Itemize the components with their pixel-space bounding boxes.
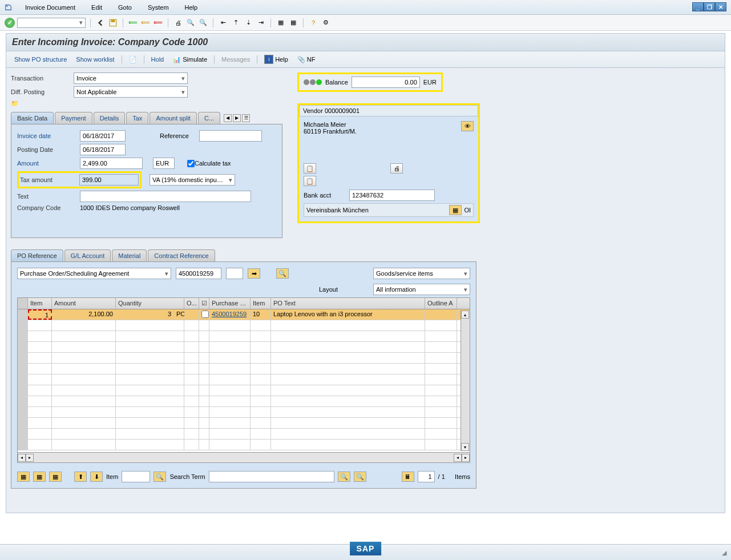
po-more-button[interactable]: 🔍	[276, 268, 289, 279]
bank-detail-button[interactable]: ▦	[449, 205, 462, 215]
footer-icon-2[interactable]: ▦	[33, 472, 46, 482]
grid-col-po[interactable]: Purchase …	[209, 298, 251, 309]
table-row[interactable]	[18, 385, 470, 396]
vendor-icon-2[interactable]: 📋	[304, 176, 316, 186]
grid-col-po-item[interactable]: Item	[251, 298, 271, 309]
footer-find-icon[interactable]: 🔍	[338, 472, 350, 482]
show-worklist[interactable]: Show worklist	[72, 56, 118, 63]
menu-system[interactable]: System	[140, 4, 177, 11]
nf-button[interactable]: 📎NF	[294, 55, 319, 65]
create-session-icon[interactable]: ▦	[276, 18, 286, 28]
tab-details[interactable]: Details	[94, 112, 126, 124]
layout-select[interactable]: All information	[373, 284, 470, 295]
window-close[interactable]: ✕	[715, 2, 726, 11]
oi-label[interactable]: OI	[464, 207, 471, 213]
grid-col-outline[interactable]: Outline A	[425, 298, 457, 309]
footer-calc-icon[interactable]: 🖩	[402, 472, 414, 482]
menu-goto[interactable]: Goto	[110, 4, 140, 11]
first-page-icon[interactable]: ⇤	[218, 18, 228, 28]
invoice-date-field[interactable]	[80, 130, 126, 142]
row-checkbox[interactable]	[201, 311, 209, 318]
tab-contract-reference[interactable]: Contract Reference	[148, 249, 215, 261]
help-button[interactable]: iHelp	[261, 54, 292, 65]
bank-acct-field[interactable]	[349, 190, 435, 201]
calculate-tax-checkbox[interactable]	[187, 160, 195, 167]
vendor-icon-1[interactable]: 📋	[304, 163, 316, 174]
table-row[interactable]	[18, 353, 470, 364]
simulate-button[interactable]: 📊Simulate	[169, 55, 211, 65]
tree-toggle-icon[interactable]: 📁	[11, 100, 19, 107]
footer-search-icon[interactable]: 🔍	[154, 472, 166, 482]
next-page-icon[interactable]: ⇣	[243, 18, 253, 28]
footer-icon-1[interactable]: ▦	[17, 472, 30, 482]
footer-sort-asc-icon[interactable]: ⬆	[74, 472, 87, 482]
hold-button[interactable]: Hold	[148, 56, 168, 63]
save-icon[interactable]	[108, 18, 118, 28]
grid-col-item[interactable]: Item	[28, 298, 52, 309]
grid-col-quantity[interactable]: Quantity	[116, 298, 184, 309]
currency-field[interactable]	[153, 158, 175, 169]
command-field[interactable]	[17, 18, 86, 28]
tab-basic-data[interactable]: Basic Data	[11, 112, 54, 124]
table-row[interactable]	[18, 342, 470, 353]
search-term-field[interactable]	[209, 471, 334, 482]
menu-help[interactable]: Help	[177, 4, 206, 11]
window-minimize[interactable]: _	[692, 2, 704, 11]
tab-list[interactable]: ☰	[242, 114, 250, 122]
po-ref-type-select[interactable]: Purchase Order/Scheduling Agreement	[17, 268, 171, 279]
grid-col-check[interactable]: ☑	[199, 298, 209, 309]
tax-amount-field[interactable]	[79, 174, 139, 186]
amount-field[interactable]	[80, 158, 143, 169]
find-icon[interactable]: 🔍	[185, 18, 196, 28]
po-number-field[interactable]	[176, 268, 221, 279]
enter-button[interactable]: ✓	[5, 18, 15, 28]
table-row[interactable]	[18, 440, 470, 450]
customize-icon[interactable]: ⚙	[321, 18, 331, 28]
posting-date-field[interactable]	[80, 144, 126, 155]
tab-gl-account[interactable]: G/L Account	[64, 249, 111, 261]
nav-exit-icon[interactable]: ⟸	[140, 18, 151, 28]
grid-col-uom[interactable]: O...	[184, 298, 199, 309]
tab-tax[interactable]: Tax	[126, 112, 148, 124]
table-row[interactable]	[18, 320, 470, 331]
table-row[interactable]	[18, 429, 470, 440]
nav-cancel-icon[interactable]: ⟸	[153, 18, 163, 28]
generate-shortcut-icon[interactable]: ▦	[288, 18, 298, 28]
back-icon[interactable]	[95, 18, 106, 28]
grid-col-amount[interactable]: Amount	[52, 298, 116, 309]
resize-handle-icon[interactable]: ◢	[722, 549, 726, 557]
page-field[interactable]	[418, 471, 435, 482]
item-type-select[interactable]: Goods/service items	[373, 268, 470, 279]
window-maximize[interactable]: ❐	[704, 2, 715, 11]
last-page-icon[interactable]: ⇥	[256, 18, 266, 28]
item-nav-field[interactable]	[122, 471, 150, 482]
table-row[interactable]	[18, 407, 470, 418]
transaction-select[interactable]: Invoice	[74, 72, 188, 84]
table-row[interactable]	[18, 418, 470, 429]
find-next-icon[interactable]: 🔍	[198, 18, 208, 28]
po-execute-button[interactable]: ➡	[248, 268, 260, 279]
table-row[interactable]	[18, 331, 470, 342]
tab-payment[interactable]: Payment	[55, 112, 92, 124]
footer-sort-desc-icon[interactable]: ⬇	[90, 472, 103, 482]
vendor-print-icon[interactable]: 🖨	[390, 163, 403, 174]
show-po-structure[interactable]: Show PO structure	[11, 56, 70, 63]
tab-amount-split[interactable]: Amount split	[150, 112, 197, 124]
tax-code-select[interactable]: VA (19% domestic inpu…	[150, 174, 235, 186]
footer-find-next-icon[interactable]: 🔍	[354, 472, 366, 482]
tab-scroll-right[interactable]: ▶	[233, 114, 241, 122]
print-icon[interactable]: 🖨	[173, 18, 183, 28]
grid-col-text[interactable]: PO Text	[271, 298, 425, 309]
vendor-display-button[interactable]: 👁	[461, 121, 474, 131]
help-icon[interactable]: ?	[308, 18, 318, 28]
table-row[interactable]	[18, 396, 470, 407]
grid-vertical-scrollbar[interactable]: ▴ ▾	[461, 311, 470, 451]
grid-horizontal-scrollbar[interactable]: ◂ ▸ ◂ ▸	[18, 452, 470, 462]
menu-invoice-document[interactable]: Invoice Document	[17, 4, 83, 11]
footer-icon-3[interactable]: ▦	[49, 472, 62, 482]
po-item-field[interactable]	[226, 268, 243, 279]
tab-scroll-left[interactable]: ◀	[224, 114, 232, 122]
table-row[interactable]	[18, 374, 470, 385]
text-field[interactable]	[80, 191, 251, 202]
nav-back-icon[interactable]: ⟸	[128, 18, 138, 28]
